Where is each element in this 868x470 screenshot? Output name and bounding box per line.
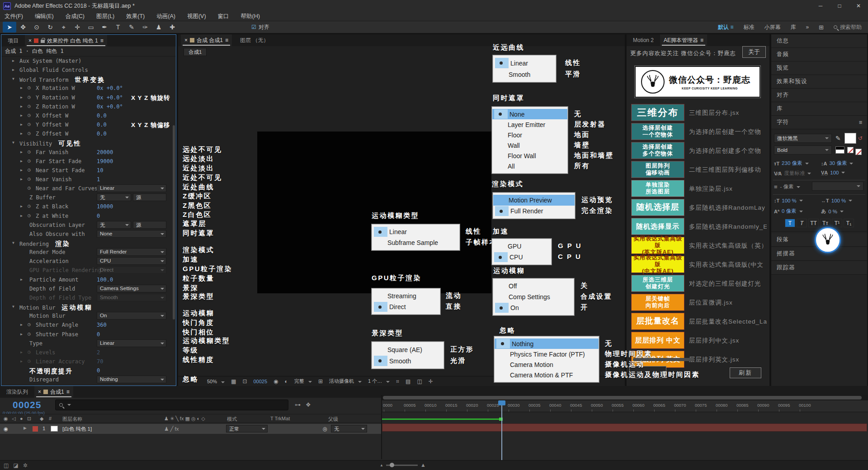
comp-mini-tab[interactable]: 合成1 — [184, 48, 207, 56]
stopwatch-icon[interactable]: ◷ — [28, 321, 31, 327]
menu-[interactable]: 窗口 — [218, 13, 229, 20]
stopwatch-icon[interactable]: ◷ — [28, 112, 31, 118]
effect-row[interactable]: Also Obscure with None — [1, 230, 175, 239]
layer-row[interactable]: ◉ ▶ 1 [白色 纯色 1] ♟ ╱ fx 正常 ◎ 无 — [0, 424, 382, 434]
workspace-more-chevron[interactable]: » — [806, 24, 809, 30]
overlay-option-row[interactable]: Square (AE) — [372, 344, 443, 355]
effect-row[interactable]: Render Mode Full Render — [1, 248, 175, 257]
overlay-option-row[interactable]: Linear — [372, 226, 459, 237]
type-toggle[interactable]: T¹ — [832, 219, 842, 227]
tab-render-queue[interactable]: 渲染队列 — [0, 388, 34, 396]
stopwatch-icon[interactable]: ◷ — [28, 358, 31, 364]
panel-menu-icon[interactable]: ≡ — [700, 37, 703, 43]
script-button[interactable]: 层批量改名 — [631, 313, 684, 330]
dropdown[interactable]: Linear — [97, 339, 166, 347]
grid-icon[interactable]: ⊞ — [819, 24, 824, 31]
overlay-option-row[interactable]: CPU — [492, 252, 551, 263]
no-fill-swatch[interactable] — [855, 149, 862, 155]
stroke-width-icon[interactable] — [835, 146, 844, 154]
vertical-scale-control[interactable]: ↕T100 % — [774, 198, 803, 203]
section-跟踪器[interactable]: 跟踪器 — [771, 261, 867, 275]
overlay-option-row[interactable]: Floor — [492, 130, 567, 140]
font-family-dropdown[interactable]: 微软雅黑 — [774, 134, 832, 143]
effect-row[interactable]: ▶ ◷ Z Rotation W 0x +0.0° — [1, 102, 175, 111]
playhead-line[interactable] — [501, 400, 502, 460]
brush-tool[interactable]: ✑ — [138, 22, 152, 33]
mode-column[interactable]: 模式 — [227, 416, 237, 423]
exposure-icon[interactable]: ✛ — [429, 378, 433, 385]
overlay-option-row[interactable]: Smooth — [493, 69, 556, 80]
pencil-tool[interactable]: ✎ — [125, 22, 138, 33]
effect-row[interactable]: ▶ Global Fluid Controls — [1, 66, 175, 75]
source-dropdown[interactable]: 源 — [133, 221, 166, 229]
stopwatch-icon[interactable]: ◷ — [28, 149, 31, 155]
overlay-option-row[interactable]: Nothing — [495, 338, 599, 349]
camera-tool[interactable]: ⌖ — [57, 22, 71, 33]
overlay-option-row[interactable]: Floor Wall — [492, 150, 567, 161]
footer-toggle-icon[interactable]: ◫ — [4, 462, 9, 469]
timeline-icon[interactable]: ▤ — [406, 378, 410, 385]
pen-tool[interactable]: ✒ — [98, 22, 111, 33]
lock-column-icon[interactable]: ⊡ — [27, 416, 31, 422]
channels-icon[interactable]: ◐ — [285, 378, 288, 385]
zoom-out-icon[interactable]: ▲ — [380, 463, 383, 467]
current-frame[interactable]: 00025 — [254, 379, 268, 384]
horizontal-scale-control[interactable]: ↔T100 % — [821, 198, 852, 203]
dropdown[interactable]: 无 — [97, 193, 131, 201]
effect-row[interactable]: ▶ ◷ Shutter Angle 360 — [1, 320, 175, 329]
overlay-option-row[interactable]: Camera Motion & PTF — [495, 370, 599, 380]
time-ruler[interactable]: 0000000050001000015000200002500030000350… — [382, 400, 868, 412]
pan-behind-tool[interactable]: ✛ — [71, 22, 84, 33]
tab-layer[interactable]: 图层 （无） — [232, 37, 277, 44]
stopwatch-icon[interactable]: ◷ — [28, 94, 31, 100]
tab-composition[interactable]: × 合成 合成1 ≡ — [181, 34, 232, 46]
overlay-option-row[interactable]: Direct — [372, 301, 440, 312]
effect-row[interactable]: ▼ World Transform世界变换 — [1, 75, 175, 84]
overlay-option-row[interactable]: Smooth — [372, 355, 443, 367]
panel-menu-icon[interactable]: ≡ — [225, 37, 228, 43]
section-信息[interactable]: 信息 — [771, 34, 867, 48]
selection-tool[interactable]: ➤ — [3, 22, 16, 33]
overlay-option-row[interactable]: All — [492, 161, 567, 171]
effect-row[interactable]: Z Buffer 无源 — [1, 193, 175, 202]
stopwatch-icon[interactable]: ◷ — [28, 185, 31, 191]
tab-close-icon[interactable]: × — [28, 38, 32, 44]
effect-row[interactable]: ▶ ◷ Far Vanish 20000 — [1, 148, 175, 157]
flowchart-icon[interactable]: ◫ — [417, 378, 422, 385]
dropdown[interactable]: 无 — [97, 221, 131, 229]
overlay-option-row[interactable]: Camera Motion — [495, 359, 599, 370]
effect-row[interactable]: Type Linear — [1, 339, 175, 348]
type-toggle[interactable]: TT — [808, 219, 819, 227]
type-toggle[interactable]: T₁ — [844, 219, 854, 227]
tab-script-manager[interactable]: AE脚本管理器 ≡ — [660, 34, 707, 46]
blend-mode-dropdown[interactable]: 正常 — [226, 425, 268, 432]
script-button[interactable]: 实用表达式集高级版 (中文版AE) — [631, 256, 684, 273]
effect-row[interactable]: GPU Particle Rendering Direct — [1, 266, 175, 275]
type-toggle[interactable]: T — [797, 219, 807, 227]
effect-row[interactable]: ▶ ◷ X Rotation W 0x +0.0° — [1, 84, 175, 93]
playhead-handle[interactable] — [498, 400, 505, 405]
effect-row[interactable]: Motion Blur On — [1, 311, 175, 320]
script-button[interactable]: 层关键帧 向前向后 — [631, 294, 684, 311]
kerning-control[interactable]: V∕A度量标准 — [774, 170, 811, 177]
mask-visibility-icon[interactable]: ⊡ — [242, 378, 247, 385]
stopwatch-icon[interactable]: ◷ — [28, 85, 31, 90]
stopwatch-icon[interactable]: ◷ — [28, 121, 31, 127]
scrollbar[interactable] — [173, 125, 175, 320]
overlay-option-row[interactable]: Subframe Sample — [372, 237, 459, 248]
clone-stamp-tool[interactable]: ♟ — [152, 22, 165, 33]
time-navigator[interactable] — [382, 395, 868, 400]
effect-row[interactable]: ▶ ◷ Far Start Fade 19000 — [1, 157, 175, 166]
stroke-color-swatch[interactable] — [847, 147, 854, 153]
effect-row[interactable]: ▶ ◷ Linear Accuracy 70 — [1, 357, 175, 366]
shape-tool[interactable]: ▭ — [84, 22, 98, 33]
stopwatch-icon[interactable]: ◷ — [28, 167, 31, 173]
effect-row[interactable]: Disregard Nothing — [1, 375, 175, 384]
menu-A[interactable]: 动画(A) — [156, 13, 175, 20]
overlay-option-row[interactable]: On — [493, 302, 574, 313]
effect-row[interactable]: ▶ ◷ Near Start Fade 10 — [1, 166, 175, 175]
effect-row[interactable]: ▶ ◷ Levels 2 — [1, 348, 175, 357]
effect-row[interactable]: ▶ ◷ Z at Black 10000 — [1, 202, 175, 211]
workspace-库[interactable]: 库 — [790, 24, 796, 31]
zoom-level-dropdown[interactable]: 50% — [207, 379, 225, 384]
